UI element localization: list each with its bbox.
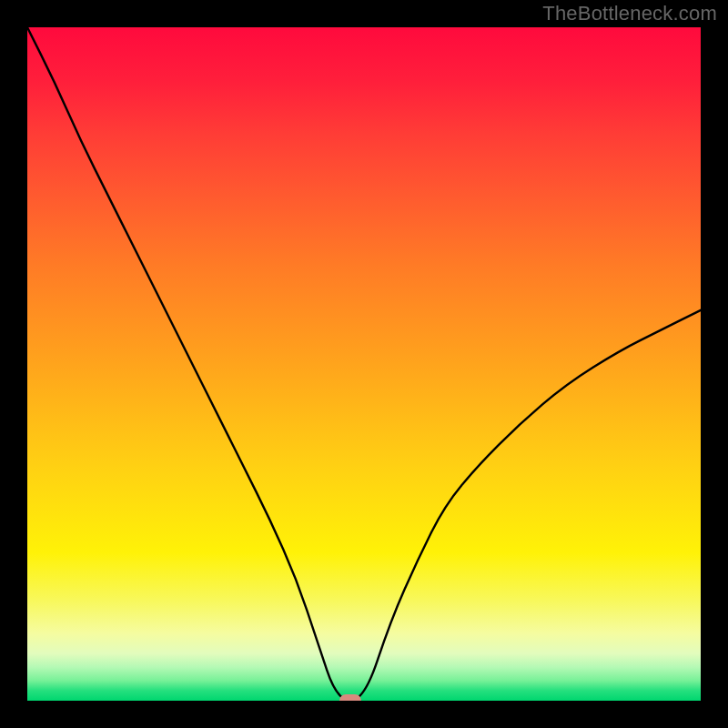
chart-plot-area: [27, 27, 701, 701]
chart-frame: TheBottleneck.com: [0, 0, 728, 728]
bottleneck-curve-path: [27, 27, 701, 701]
chart-curve: [27, 27, 701, 701]
attribution-text: TheBottleneck.com: [542, 2, 717, 25]
chart-marker: [339, 694, 361, 701]
